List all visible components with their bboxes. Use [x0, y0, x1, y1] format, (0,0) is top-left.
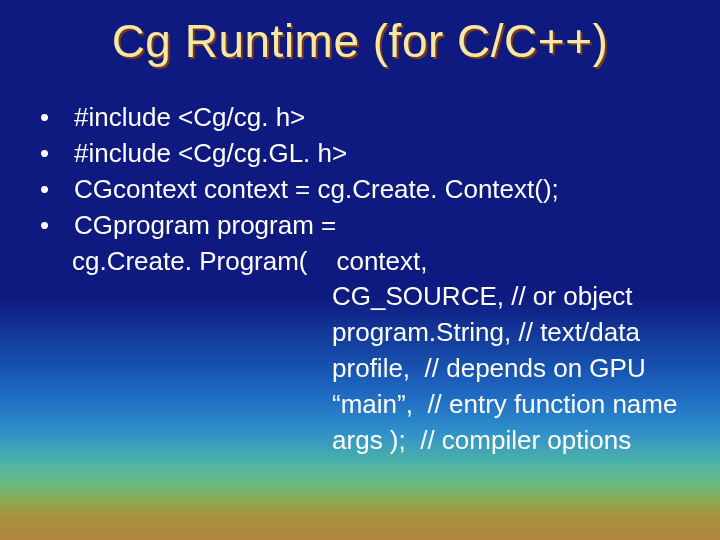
- bullet-line-3: CGcontext context = cg.Create. Context()…: [38, 172, 696, 208]
- bullet-icon: [38, 100, 74, 136]
- line-text: CGprogram program =: [74, 208, 696, 244]
- slide-title: Cg Runtime (for C/C++) Cg Runtime (for C…: [0, 14, 720, 68]
- slide-title-text: Cg Runtime (for C/C++): [112, 15, 609, 67]
- bullet-icon: [38, 172, 74, 208]
- bullet-line-4: CGprogram program =: [38, 208, 696, 244]
- bullet-line-1: #include <Cg/cg. h>: [38, 100, 696, 136]
- line-text: CGcontext context = cg.Create. Context()…: [74, 172, 696, 208]
- continuation-line: program.String, // text/data: [38, 315, 696, 351]
- continuation-line: “main”, // entry function name: [38, 387, 696, 423]
- continuation-line: CG_SOURCE, // or object: [38, 279, 696, 315]
- bullet-line-2: #include <Cg/cg.GL. h>: [38, 136, 696, 172]
- slide: Cg Runtime (for C/C++) Cg Runtime (for C…: [0, 0, 720, 540]
- line-text: #include <Cg/cg.GL. h>: [74, 136, 696, 172]
- bullet-icon: [38, 136, 74, 172]
- bullet-icon: [38, 208, 74, 244]
- continuation-line: cg.Create. Program( context,: [38, 244, 696, 280]
- line-text: #include <Cg/cg. h>: [74, 100, 696, 136]
- continuation-line: profile, // depends on GPU: [38, 351, 696, 387]
- continuation-line: args ); // compiler options: [38, 423, 696, 459]
- slide-body: #include <Cg/cg. h> #include <Cg/cg.GL. …: [38, 100, 696, 459]
